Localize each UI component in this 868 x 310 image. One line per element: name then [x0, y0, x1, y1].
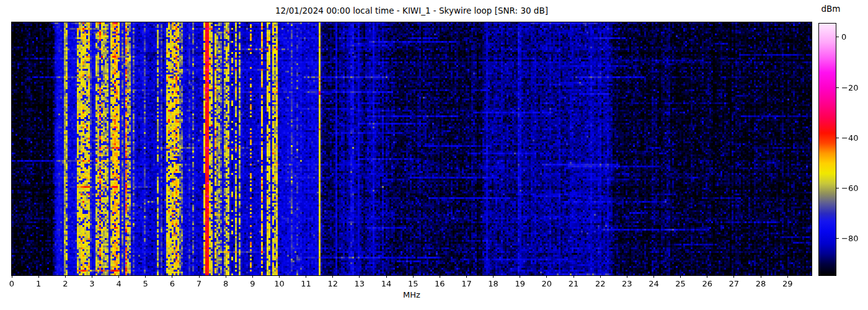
- x-tick: [306, 275, 306, 278]
- x-tick: [761, 275, 761, 278]
- plot-border: [11, 22, 812, 276]
- colorbar: [818, 23, 836, 276]
- x-tick-label: 14: [376, 279, 397, 288]
- x-tick: [38, 275, 39, 278]
- x-tick-label: 11: [296, 279, 317, 288]
- x-tick-label: 22: [590, 279, 611, 288]
- colorbar-tick: [836, 138, 839, 138]
- x-tick-label: 20: [536, 279, 557, 288]
- x-tick-label: 1: [28, 279, 49, 288]
- x-tick-label: 17: [456, 279, 477, 288]
- x-tick: [226, 275, 226, 278]
- x-tick: [520, 275, 520, 278]
- x-tick-label: 5: [135, 279, 156, 288]
- x-tick-label: 19: [510, 279, 531, 288]
- x-tick-label: 25: [670, 279, 691, 288]
- colorbar-tick: [836, 87, 839, 88]
- x-tick-label: 24: [643, 279, 664, 288]
- x-tick: [627, 275, 627, 278]
- x-tick-label: 9: [242, 279, 263, 288]
- x-tick: [359, 275, 360, 278]
- x-tick: [466, 275, 467, 278]
- x-tick: [332, 275, 333, 278]
- x-tick: [546, 275, 547, 278]
- x-tick: [172, 275, 172, 278]
- colorbar-tick-label: −60: [841, 183, 858, 192]
- x-tick: [733, 275, 734, 278]
- x-axis-label: MHz: [374, 290, 449, 299]
- chart-title: 12/01/2024 00:00 local time - KIWI_1 - S…: [0, 6, 823, 16]
- x-tick-label: 28: [750, 279, 771, 288]
- x-tick: [279, 275, 280, 278]
- x-tick: [12, 275, 12, 278]
- x-tick: [118, 275, 119, 278]
- colorbar-tick: [836, 238, 839, 239]
- x-tick-label: 26: [697, 279, 718, 288]
- x-tick: [707, 275, 707, 278]
- x-tick-label: 8: [215, 279, 236, 288]
- spectrogram-figure: 12/01/2024 00:00 local time - KIWI_1 - S…: [0, 0, 868, 310]
- colorbar-tick-label: 0: [841, 32, 846, 42]
- x-tick: [65, 275, 66, 278]
- x-tick: [493, 275, 494, 278]
- x-tick: [199, 275, 200, 278]
- x-tick: [600, 275, 601, 278]
- x-tick: [680, 275, 681, 278]
- colorbar-tick-label: −20: [841, 82, 858, 92]
- x-tick-label: 23: [616, 279, 637, 288]
- x-tick-label: 3: [81, 279, 102, 288]
- x-tick-label: 6: [162, 279, 183, 288]
- x-tick: [145, 275, 146, 278]
- colorbar-tick-label: −40: [841, 133, 858, 142]
- x-tick: [92, 275, 92, 278]
- colorbar-label: dBm: [812, 4, 849, 14]
- x-tick-label: 10: [268, 279, 290, 288]
- x-tick-label: 2: [55, 279, 76, 288]
- x-tick-label: 15: [402, 279, 423, 288]
- x-tick: [386, 275, 387, 278]
- x-tick-label: 27: [724, 279, 745, 288]
- x-tick: [413, 275, 414, 278]
- x-tick: [252, 275, 253, 278]
- x-tick: [787, 275, 788, 278]
- x-tick-label: 7: [188, 279, 210, 288]
- x-tick: [653, 275, 654, 278]
- colorbar-tick: [836, 188, 839, 188]
- x-tick-label: 12: [322, 279, 343, 288]
- x-tick-label: 13: [349, 279, 370, 288]
- colorbar-tick: [836, 37, 839, 37]
- x-tick-label: 16: [429, 279, 450, 288]
- x-tick-label: 29: [777, 279, 798, 288]
- x-tick-label: 21: [563, 279, 584, 288]
- x-tick: [574, 275, 574, 278]
- x-tick-label: 0: [1, 279, 22, 288]
- colorbar-tick-label: −80: [841, 234, 858, 243]
- x-tick-label: 4: [108, 279, 130, 288]
- x-tick: [440, 275, 440, 278]
- x-tick-label: 18: [483, 279, 504, 288]
